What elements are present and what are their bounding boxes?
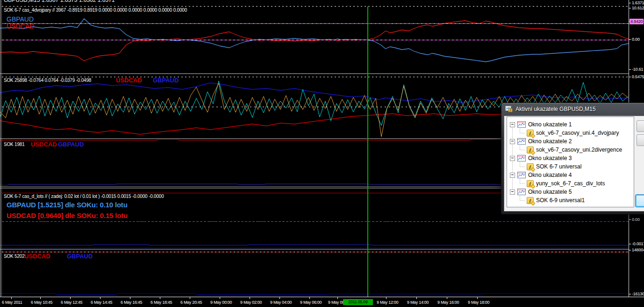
axis-tick — [11, 297, 12, 299]
axis-label: 9 May 12:00 — [377, 300, 398, 305]
function-icon: ƒ — [527, 180, 534, 187]
tree-item-indicator[interactable]: ƒSOK 6-9 universal1 — [507, 196, 634, 205]
scale-tick — [629, 69, 631, 70]
dialog-titlebar[interactable]: f Aktivní ukazatele GBPUSD,M15 — [501, 103, 644, 115]
level-line-magenta — [2, 23, 629, 24]
tree-item-window[interactable]: Okno ukazatele 4 — [507, 171, 634, 179]
axis-tick — [337, 297, 338, 299]
function-icon: ƒ — [527, 146, 534, 154]
collapse-icon[interactable] — [510, 173, 515, 178]
tree-item-label: sok_v6-7_casovy_uni.4_dvojpary — [536, 130, 619, 136]
scale-label: 1.6371 — [632, 0, 644, 5]
series-w1_blue — [0, 19, 629, 62]
w4-red-mark — [139, 221, 146, 222]
axis-tick — [250, 297, 250, 299]
axis-label: 6 May 10:45 — [31, 300, 52, 305]
collapse-icon[interactable] — [510, 122, 515, 127]
left-border-inner — [1, 0, 2, 307]
tree-connector — [520, 178, 525, 184]
w2-label-gbpaud: GBPAUD — [153, 77, 179, 84]
axis-tick — [40, 297, 41, 299]
scale-label: 0.5475 — [632, 74, 644, 79]
collapse-icon[interactable] — [510, 190, 515, 195]
axis-label: 9 May 06:00 — [300, 300, 322, 305]
window-separator-4[interactable] — [0, 249, 644, 249]
w4-red-mark — [209, 221, 216, 222]
axis-label: 6 May 16:45 — [121, 300, 142, 305]
w5-label-gbpaud: GBPAUD — [67, 253, 93, 260]
axis-label: 9 May 08 — [328, 300, 344, 305]
axis-tick — [279, 297, 280, 299]
mt4-chart-window: GBPUSD,M15 1.6367 1.6373 1.6362 1.6371 S… — [0, 0, 644, 307]
time-axis[interactable]: 6 May 20116 May 10:456 May 12:456 May 14… — [0, 297, 644, 307]
dialog-button-2[interactable] — [637, 134, 644, 146]
tree-item-indicator[interactable]: ƒsok_v6-7_casovy_uni.4_dvojpary — [507, 129, 634, 137]
axis-tick — [190, 297, 190, 299]
function-icon: ƒ — [527, 130, 534, 137]
axis-tick — [130, 297, 130, 299]
tree-item-label: yuny_sok_6-7_cas_div_lots — [536, 180, 605, 187]
axis-label: 9 May 02:00 — [240, 300, 262, 305]
w4-red-mark — [383, 221, 390, 222]
axis-label: 9 May 04:00 — [270, 300, 292, 305]
scale-label: 0.00 — [632, 37, 640, 42]
tree-connector — [520, 144, 525, 150]
scale-tick — [629, 219, 631, 220]
w1-label-gbpaud: GBPAUD — [7, 15, 34, 23]
axis-label: 6 May 14:45 — [91, 300, 112, 305]
indicator-tree[interactable]: Okno ukazatele 1ƒsok_v6-7_casovy_uni.4_d… — [507, 117, 634, 207]
level-line-w2-top — [2, 77, 629, 77]
window-separator-1[interactable] — [0, 73, 644, 74]
scale-label: -10.61 — [632, 67, 643, 72]
dialog-default-button[interactable] — [635, 194, 644, 207]
tree-item-label: Okno ukazatele 5 — [528, 189, 572, 195]
axis-tick — [416, 297, 417, 299]
tree-item-indicator[interactable]: ƒyuny_sok_6-7_cas_div_lots — [507, 179, 634, 188]
axis-label: 6 May 2011 — [2, 300, 22, 305]
w1-header: SOK 6-7 cas_4dvojpary // 3967 -0.8919 0.… — [4, 7, 187, 13]
tree-item-label: SOK 6-9 universal1 — [536, 197, 585, 204]
collapse-icon[interactable] — [510, 139, 515, 144]
tree-item-window[interactable]: Okno ukazatele 3 — [507, 154, 634, 162]
scale-tick — [629, 294, 631, 294]
scale-tick — [629, 39, 631, 40]
axis-tick — [447, 297, 447, 299]
w3-header: SOK 1981 — [4, 142, 25, 147]
level-line-w4-bottom — [2, 248, 629, 248]
axis-tick — [386, 297, 386, 299]
w4-header: SOK 6-7 cas_d_lots // ( zadej: 0.02 lot … — [4, 194, 164, 199]
dialog-title-text: Aktivní ukazatele GBPUSD,M15 — [515, 106, 595, 112]
axis-label: 9 May 00:00 — [210, 300, 232, 305]
level-line-w1-top — [2, 6, 629, 7]
axis-tick — [220, 297, 220, 299]
scale-tick — [629, 3, 631, 3]
tree-item-indicator[interactable]: ƒsok_v6-7_casovy_uni.2divergence — [507, 146, 634, 154]
tree-connector — [520, 161, 525, 167]
collapse-icon[interactable] — [510, 156, 515, 161]
w4-red-mark — [41, 221, 48, 222]
tree-item-window[interactable]: Okno ukazatele 5 — [507, 188, 634, 196]
w5-header: SOK 5202 — [4, 254, 25, 259]
tree-item-window[interactable]: Okno ukazatele 2 — [507, 137, 634, 146]
tree-item-indicator[interactable]: ƒSOK 6-7 universal — [507, 162, 634, 171]
tree-connector — [520, 195, 525, 201]
scale-tick — [629, 250, 631, 250]
zero-line-w4 — [2, 221, 629, 222]
tree-item-window[interactable]: Okno ukazatele 1 — [507, 120, 634, 129]
current-time-highlight: 2011.05.09 10:30 — [343, 299, 373, 305]
w4-line-gbpaud: GBPAUD [1.5215] dle SOKu: 0.10 lotu — [7, 201, 128, 209]
w2-label-usdcad: USDCAD — [116, 77, 142, 84]
scale-label: -16130 — [632, 292, 644, 296]
tree-item-label: Okno ukazatele 3 — [528, 155, 572, 161]
tree-item-label: Okno ukazatele 2 — [528, 138, 572, 145]
axis-tick — [70, 297, 71, 299]
tree-item-label: sok_v6-7_casovy_uni.2divergence — [536, 146, 622, 153]
w3-label-usdcad: USDCAD — [31, 141, 57, 148]
axis-tick — [160, 297, 160, 299]
series-w4_blue — [0, 245, 629, 245]
w4-line-usdcad: USDCAD [0.9640] dle SOKu: 0.15 lotu — [7, 212, 128, 219]
axis-tick — [477, 297, 478, 299]
scale-tick — [629, 77, 631, 77]
w2-header: SOK 25898 -0.0764 0.0764 -0.0379 -0.0498 — [4, 78, 91, 83]
dialog-button-1[interactable] — [637, 120, 644, 132]
